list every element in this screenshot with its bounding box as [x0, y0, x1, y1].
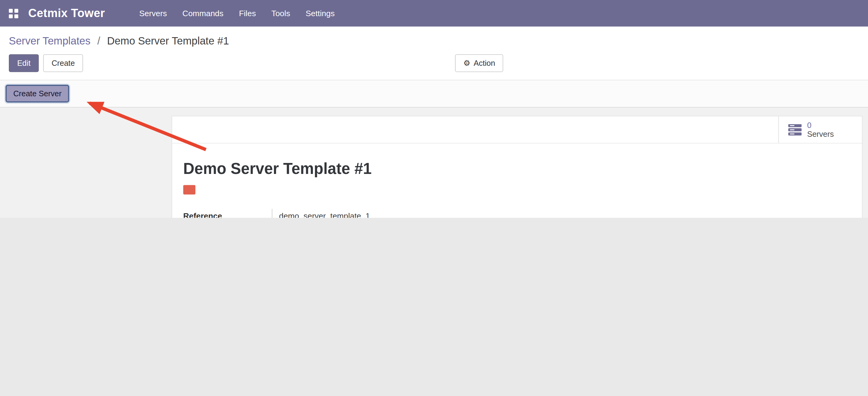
record-title: Demo Server Template #1: [183, 161, 850, 177]
menu-item-files[interactable]: Files: [231, 0, 264, 27]
main-menu: Servers Commands Files Tools Settings: [131, 0, 342, 27]
gear-icon: ⚙: [463, 59, 470, 67]
menu-item-settings[interactable]: Settings: [298, 0, 342, 27]
create-button[interactable]: Create: [43, 54, 83, 72]
menu-item-commands[interactable]: Commands: [175, 0, 231, 27]
edit-button[interactable]: Edit: [9, 54, 39, 72]
servers-stat-text: 0 Servers: [807, 121, 834, 139]
top-navbar: Cetmix Tower Servers Commands Files Tool…: [0, 0, 868, 27]
reference-value: demo_server_template_1: [272, 209, 370, 218]
reference-label: Reference: [183, 209, 272, 218]
content-area: 0 Servers Demo Server Template #1 Refere…: [0, 108, 868, 218]
control-panel: Server Templates / Demo Server Template …: [0, 27, 868, 80]
breadcrumb: Server Templates / Demo Server Template …: [0, 27, 868, 52]
app-viewport: Cetmix Tower Servers Commands Files Tool…: [0, 0, 868, 218]
apps-grid-dot: [14, 8, 18, 12]
servers-stat-value: 0: [807, 121, 834, 130]
breadcrumb-current: Demo Server Template #1: [107, 35, 229, 47]
reference-field-row: Reference demo_server_template_1: [183, 209, 850, 218]
control-panel-buttons: Edit Create ⚙ Action: [0, 52, 868, 80]
apps-grid-dot: [9, 8, 13, 12]
sheet-body: Demo Server Template #1 Reference demo_s…: [172, 161, 862, 218]
control-panel-center: ⚙ Action: [455, 54, 503, 72]
apps-grid-icon[interactable]: [9, 8, 18, 18]
apps-grid-dot: [9, 14, 13, 18]
create-server-button[interactable]: Create Server: [5, 85, 69, 102]
menu-item-servers[interactable]: Servers: [131, 0, 175, 27]
menu-item-tools[interactable]: Tools: [264, 0, 298, 27]
server-stack-icon: [788, 124, 802, 136]
breadcrumb-parent-link[interactable]: Server Templates: [9, 35, 90, 47]
control-panel-left-buttons: Edit Create: [9, 54, 859, 72]
brand-title[interactable]: Cetmix Tower: [28, 7, 105, 20]
breadcrumb-separator: /: [97, 35, 100, 47]
form-statusbar: Create Server: [0, 80, 868, 108]
color-swatch[interactable]: [183, 185, 195, 195]
servers-stat-label: Servers: [807, 130, 834, 139]
servers-stat-button[interactable]: 0 Servers: [778, 116, 862, 143]
form-sheet: 0 Servers Demo Server Template #1 Refere…: [172, 116, 863, 218]
apps-grid-dot: [14, 14, 18, 18]
action-button-label: Action: [473, 59, 495, 67]
action-button[interactable]: ⚙ Action: [455, 54, 503, 72]
sheet-button-box: 0 Servers: [172, 116, 862, 143]
